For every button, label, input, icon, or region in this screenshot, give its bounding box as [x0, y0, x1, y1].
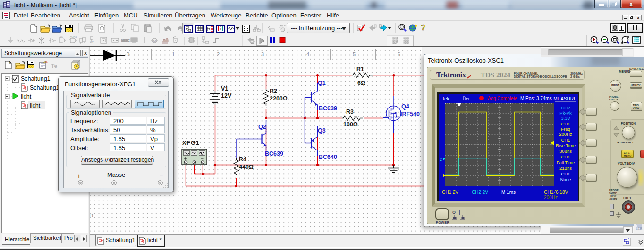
svg-text:licht: licht [21, 93, 32, 100]
svg-text:Schaltung1: Schaltung1 [30, 84, 59, 91]
svg-text:Fall Time: Fall Time [557, 160, 575, 165]
svg-text:M 1ms: M 1ms [501, 190, 516, 195]
svg-text:BC640: BC640 [319, 154, 337, 160]
svg-text:200Hz: 200Hz [559, 132, 572, 137]
svg-text:CH2 2V: CH2 2V [472, 190, 488, 195]
svg-text:R3: R3 [346, 108, 354, 115]
svg-text:CMOS: CMOS [70, 36, 77, 39]
svg-text:2: 2 [217, 51, 220, 57]
svg-text:XFG1: XFG1 [182, 140, 200, 146]
svg-text:#TR: #TR [636, 227, 642, 230]
svg-text:Schaltung1: Schaltung1 [21, 75, 51, 82]
svg-text:IRF540: IRF540 [400, 111, 420, 117]
svg-text:CH1: CH1 [544, 190, 553, 195]
svg-text:0v: 0v [90, 40, 93, 44]
svg-text:Q3: Q3 [318, 127, 326, 134]
svg-text:V1: V1 [221, 85, 228, 92]
svg-text:5: 5 [353, 51, 356, 57]
svg-text:74: 74 [60, 35, 63, 38]
svg-text:BC639: BC639 [265, 150, 283, 157]
svg-text:Pk-Pk: Pk-Pk [559, 110, 572, 116]
svg-text:1: 1 [172, 51, 175, 57]
svg-text:CH1: CH1 [561, 154, 570, 159]
svg-text:None: None [560, 177, 571, 182]
svg-text:M: M [153, 39, 156, 42]
svg-text:R1: R1 [356, 66, 364, 73]
svg-text:Freq: Freq [561, 126, 570, 132]
svg-text:CH1: CH1 [561, 171, 570, 176]
svg-text:licht: licht [30, 102, 41, 109]
svg-text:CH1 2V: CH1 2V [442, 190, 458, 195]
svg-text:R4: R4 [239, 156, 246, 163]
svg-text:200Hz: 200Hz [544, 195, 558, 200]
svg-text:M Pos: 3.74ms: M Pos: 3.74ms [520, 96, 552, 101]
svg-text:308ns: 308ns [559, 149, 572, 154]
svg-text:Q4: Q4 [401, 103, 409, 110]
svg-text:CH2: CH2 [561, 105, 570, 110]
svg-text:2200Ω: 2200Ω [270, 95, 288, 102]
svg-text:1: 1 [440, 174, 442, 178]
svg-text:BC639: BC639 [319, 105, 337, 112]
svg-text:Rise Time: Rise Time [556, 143, 576, 148]
svg-text:CH1: CH1 [561, 121, 570, 126]
svg-text:3.3V: 3.3V [561, 116, 570, 121]
svg-text:CH1: CH1 [561, 137, 570, 142]
svg-text:100Ω: 100Ω [343, 121, 358, 128]
svg-text:2: 2 [440, 157, 442, 162]
svg-text:R2: R2 [270, 88, 277, 94]
svg-text:6: 6 [398, 51, 400, 57]
svg-text:12V: 12V [221, 92, 232, 99]
svg-text:Te: Te [51, 63, 57, 69]
svg-text:212ns: 212ns [559, 166, 572, 171]
svg-text:MEASURE: MEASURE [553, 96, 577, 101]
svg-text:6Ω: 6Ω [357, 80, 365, 86]
svg-text:440Ω: 440Ω [239, 164, 254, 170]
svg-text:D: D [90, 213, 93, 218]
svg-text:MISC: MISC [121, 39, 130, 42]
svg-text:3: 3 [261, 51, 264, 57]
svg-text:0: 0 [127, 51, 129, 57]
svg-text:Acq Complete: Acq Complete [488, 96, 517, 101]
svg-text:?: ? [421, 23, 425, 32]
svg-text:Q2: Q2 [258, 124, 266, 130]
svg-text:4: 4 [306, 51, 309, 57]
svg-text:6.18V: 6.18V [556, 190, 568, 195]
svg-text:Q1: Q1 [318, 80, 326, 86]
svg-text:Tek: Tek [442, 96, 450, 101]
